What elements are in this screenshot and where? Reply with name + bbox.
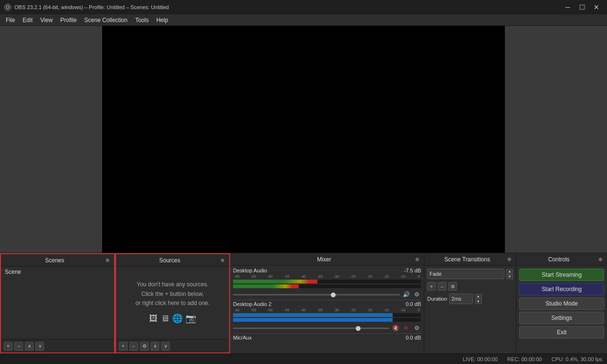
desktop-audio-2-mute-button[interactable]: 🔇 xyxy=(391,324,400,332)
image-source-icon: 🖼 xyxy=(149,312,158,326)
mixer-divider-1 xyxy=(233,300,421,300)
transition-select-row: Fade ▲ ▼ xyxy=(427,269,513,279)
desktop-audio-markers: -60-55-50-45-40-35-30-25-20-15-10-5 xyxy=(233,274,421,279)
title-bar: OBS 23.2.1 (64-bit, windows) – Profile: … xyxy=(0,0,607,14)
desktop-audio-db: -7.5 dB xyxy=(404,268,421,273)
status-live: LIVE: 00:00:00 xyxy=(463,356,498,362)
transition-add-button[interactable]: + xyxy=(427,282,436,291)
desktop-audio-2-level-bar-1 xyxy=(233,313,421,317)
scenes-remove-button[interactable]: – xyxy=(14,342,23,351)
desktop-audio-2-db: 0.0 dB xyxy=(406,301,421,307)
start-streaming-button[interactable]: Start Streaming xyxy=(519,269,604,281)
sources-up-button[interactable]: ∧ xyxy=(151,342,159,351)
sources-down-button[interactable]: ∨ xyxy=(161,342,170,351)
desktop-audio-2-close-button[interactable]: ✕ xyxy=(402,324,410,332)
desktop-audio-2-settings-button[interactable]: ⚙ xyxy=(412,324,421,332)
camera-source-icon: 📷 xyxy=(186,312,196,326)
studio-mode-button[interactable]: Studio Mode xyxy=(519,297,604,310)
duration-spin-buttons: ▲ ▼ xyxy=(475,294,482,304)
desktop-audio-mute-button[interactable]: 🔊 xyxy=(402,290,410,299)
sources-panel-content[interactable]: You don't have any sources. Click the + … xyxy=(116,267,229,339)
title-bar-text: OBS 23.2.1 (64-bit, windows) – Profile: … xyxy=(14,4,169,10)
transition-settings-button[interactable]: ⚙ xyxy=(448,282,457,291)
desktop-audio-2-volume-slider[interactable] xyxy=(233,328,389,329)
duration-spin-down[interactable]: ▼ xyxy=(475,299,482,304)
controls-panel-title: Controls xyxy=(520,256,597,263)
scenes-panel-title: Scenes xyxy=(5,257,105,264)
sources-empty-line3: or right click here to add one. xyxy=(136,299,210,308)
settings-button[interactable]: Settings xyxy=(519,312,604,324)
sources-panel-title: Sources xyxy=(120,257,220,264)
status-bar: LIVE: 00:00:00 REC: 00:00:00 CPU: 0.4%, … xyxy=(0,353,607,364)
desktop-audio-level-bar-2 xyxy=(233,284,421,288)
exit-button[interactable]: Exit xyxy=(519,326,604,339)
sources-empty-line2: Click the + button below, xyxy=(141,290,204,299)
title-bar-controls: ─ ☐ ✕ xyxy=(561,2,603,12)
mic-aux-name: Mic/Aux xyxy=(233,335,252,341)
menu-tools[interactable]: Tools xyxy=(131,16,152,24)
scenes-add-button[interactable]: + xyxy=(4,342,12,351)
obs-logo-icon xyxy=(4,3,12,11)
maximize-button[interactable]: ☐ xyxy=(575,2,589,12)
scenes-down-button[interactable]: ∨ xyxy=(35,342,44,351)
menu-edit[interactable]: Edit xyxy=(19,16,36,24)
main-content: Scenes ⊕ Scene + – ∧ ∨ Sources ⊕ You don… xyxy=(0,26,607,364)
mixer-panel-title: Mixer xyxy=(234,256,414,263)
scenes-panel-footer: + – ∧ ∨ xyxy=(1,339,114,352)
desktop-audio-name: Desktop Audio xyxy=(233,268,267,273)
desktop-audio-volume-slider[interactable] xyxy=(233,294,400,295)
status-rec: REC: 00:00:00 xyxy=(507,356,542,362)
transitions-content-area: Fade ▲ ▼ + – ⚙ Duration xyxy=(424,266,516,307)
duration-label: Duration xyxy=(427,296,447,302)
mixer-expand-button[interactable]: ⊕ xyxy=(414,257,420,262)
sources-remove-button[interactable]: – xyxy=(129,342,138,351)
svg-point-2 xyxy=(7,6,9,8)
sources-expand-button[interactable]: ⊕ xyxy=(220,258,225,263)
menu-file[interactable]: File xyxy=(2,16,19,24)
desktop-audio-controls: 🔊 ⚙ xyxy=(233,290,421,299)
bottom-panels: Scenes ⊕ Scene + – ∧ ∨ Sources ⊕ You don… xyxy=(0,253,607,353)
mixer-panel-header: Mixer ⊕ xyxy=(230,253,424,266)
controls-expand-button[interactable]: ⊕ xyxy=(597,257,603,262)
transition-spin-up[interactable]: ▲ xyxy=(506,269,513,274)
browser-source-icon: 🌐 xyxy=(172,312,183,326)
desktop-audio-2-controls: 🔇 ✕ ⚙ xyxy=(233,324,421,332)
transition-add-row: + – ⚙ xyxy=(427,282,513,291)
status-cpu: CPU: 0.4%, 30.00 fps xyxy=(551,356,602,362)
duration-row: Duration ▲ ▼ xyxy=(427,294,513,304)
mixer-panel: Mixer ⊕ Desktop Audio -7.5 dB -60-55-50-… xyxy=(230,253,424,353)
start-recording-button[interactable]: Start Recording xyxy=(519,283,604,295)
transition-spin-down[interactable]: ▼ xyxy=(506,274,513,279)
menu-profile[interactable]: Profile xyxy=(57,16,81,24)
transitions-panel-content: Fade ▲ ▼ + – ⚙ Duration xyxy=(424,266,516,353)
controls-buttons-area: Start Streaming Start Recording Studio M… xyxy=(516,266,607,341)
transition-type-select[interactable]: Fade xyxy=(427,269,504,279)
scenes-panel: Scenes ⊕ Scene + – ∧ ∨ xyxy=(0,253,115,353)
duration-spin-up[interactable]: ▲ xyxy=(475,294,482,299)
sources-panel: Sources ⊕ You don't have any sources. Cl… xyxy=(115,253,230,353)
menu-view[interactable]: View xyxy=(36,16,57,24)
scenes-expand-button[interactable]: ⊕ xyxy=(105,258,110,263)
mixer-panel-content: Desktop Audio -7.5 dB -60-55-50-45-40-35… xyxy=(230,266,424,353)
desktop-audio-2-name: Desktop Audio 2 xyxy=(233,301,271,307)
close-button[interactable]: ✕ xyxy=(590,2,603,12)
transitions-panel-header: Scene Transitions ⊕ xyxy=(424,253,516,266)
transitions-expand-button[interactable]: ⊕ xyxy=(506,257,512,262)
transition-remove-button[interactable]: – xyxy=(438,282,446,291)
minimize-button[interactable]: ─ xyxy=(561,2,574,12)
sources-add-button[interactable]: + xyxy=(119,342,128,351)
desktop-audio-settings-button[interactable]: ⚙ xyxy=(412,290,421,299)
menu-help[interactable]: Help xyxy=(152,16,172,24)
scene-item[interactable]: Scene xyxy=(1,267,114,277)
scenes-panel-content: Scene xyxy=(1,267,114,339)
controls-panel-content: Start Streaming Start Recording Studio M… xyxy=(516,266,607,353)
scenes-panel-header: Scenes ⊕ xyxy=(1,254,114,267)
mixer-track-desktop-audio: Desktop Audio -7.5 dB -60-55-50-45-40-35… xyxy=(233,268,421,299)
sources-empty-line1: You don't have any sources. xyxy=(137,280,209,289)
mixer-track-mic-aux: Mic/Aux 0.0 dB xyxy=(233,335,421,341)
sources-panel-footer: + – ⚙ ∧ ∨ xyxy=(116,339,229,352)
sources-settings-button[interactable]: ⚙ xyxy=(140,342,149,351)
menu-scene-collection[interactable]: Scene Collection xyxy=(81,16,131,24)
duration-input[interactable] xyxy=(449,294,473,304)
scenes-up-button[interactable]: ∧ xyxy=(25,342,34,351)
